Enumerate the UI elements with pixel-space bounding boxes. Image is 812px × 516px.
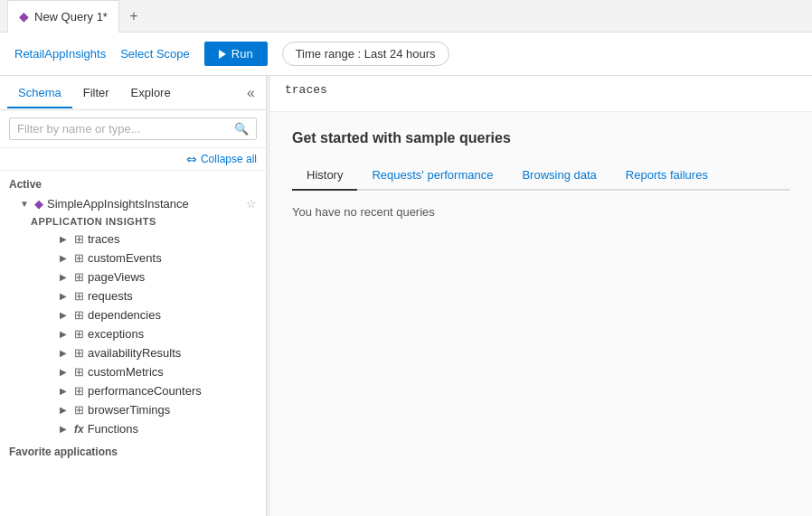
instance-expand-arrow: ▼ xyxy=(20,199,31,209)
time-range-button[interactable]: Time range : Last 24 hours xyxy=(282,42,449,66)
diamond-icon: ◆ xyxy=(19,9,29,23)
main-layout: Schema Filter Explore « 🔍 ⇔ Collapse all xyxy=(0,76,812,516)
toolbar: RetailAppInsights Select Scope Run Time … xyxy=(0,33,812,76)
instance-star-icon[interactable]: ☆ xyxy=(246,197,257,211)
tab-title: New Query 1* xyxy=(34,10,108,23)
tree-item-customevents[interactable]: ▶ ⊞ customEvents xyxy=(0,249,266,267)
browsertimings-label: browserTimings xyxy=(88,403,170,417)
tab-filter[interactable]: Filter xyxy=(72,79,120,108)
filter-input-wrap: 🔍 xyxy=(9,117,257,140)
sample-panel: Get started with sample queries History … xyxy=(270,112,812,516)
sample-tab-reports-failures[interactable]: Reports failures xyxy=(611,163,722,191)
exceptions-expand-icon: ▶ xyxy=(60,329,71,339)
custommetrics-label: customMetrics xyxy=(88,365,164,379)
availability-expand-icon: ▶ xyxy=(60,348,71,358)
custommetrics-table-icon: ⊞ xyxy=(74,365,84,379)
pageviews-table-icon: ⊞ xyxy=(74,270,84,284)
collapse-all-row: ⇔ Collapse all xyxy=(0,148,266,171)
customevents-label: customEvents xyxy=(88,251,162,265)
sidebar: Schema Filter Explore « 🔍 ⇔ Collapse all xyxy=(0,76,267,516)
customevents-table-icon: ⊞ xyxy=(74,251,84,265)
requests-expand-icon: ▶ xyxy=(60,291,71,301)
query-tab[interactable]: ◆ New Query 1* xyxy=(7,0,119,33)
add-tab-button[interactable]: + xyxy=(121,4,146,29)
sample-tab-history[interactable]: History xyxy=(292,163,357,191)
tree-item-pageviews[interactable]: ▶ ⊞ pageViews xyxy=(0,267,266,286)
sample-tab-browsing-data[interactable]: Browsing data xyxy=(507,163,610,191)
functions-label: Functions xyxy=(88,422,138,436)
no-queries-message: You have no recent queries xyxy=(292,205,790,219)
dependencies-table-icon: ⊞ xyxy=(74,308,84,322)
custommetrics-expand-icon: ▶ xyxy=(60,367,71,377)
run-label: Run xyxy=(231,47,253,61)
availability-label: availabilityResults xyxy=(88,346,181,360)
instance-icon: ◆ xyxy=(34,197,43,211)
search-icon: 🔍 xyxy=(234,122,249,136)
select-scope-button[interactable]: Select Scope xyxy=(120,47,190,61)
favorite-section-label: Favorite applications xyxy=(0,438,266,462)
tree-item-requests[interactable]: ▶ ⊞ requests xyxy=(0,286,266,305)
tree-area: Active ▼ ◆ SimpleAppInsightsInstance ☆ A… xyxy=(0,171,266,516)
run-triangle-icon xyxy=(219,50,226,59)
functions-fx-icon: fx xyxy=(74,423,84,436)
sample-queries-title: Get started with sample queries xyxy=(292,130,790,146)
tree-item-performancecounters[interactable]: ▶ ⊞ performanceCounters xyxy=(0,381,266,400)
tab-bar: ◆ New Query 1* + xyxy=(0,0,812,33)
tab-explore[interactable]: Explore xyxy=(120,79,182,108)
customevents-expand-icon: ▶ xyxy=(60,253,71,263)
perfcounters-expand-icon: ▶ xyxy=(60,386,71,396)
requests-label: requests xyxy=(88,289,133,303)
availability-table-icon: ⊞ xyxy=(74,346,84,360)
time-range-label: Time range : Last 24 hours xyxy=(296,47,436,61)
exceptions-label: exceptions xyxy=(88,327,144,341)
exceptions-table-icon: ⊞ xyxy=(74,327,84,341)
perfcounters-label: performanceCounters xyxy=(88,384,202,398)
pageviews-label: pageViews xyxy=(88,270,145,284)
instance-label: SimpleAppInsightsInstance xyxy=(47,197,189,211)
filter-input[interactable] xyxy=(17,122,234,136)
collapse-all-button[interactable]: ⇔ Collapse all xyxy=(186,152,257,166)
traces-expand-icon: ▶ xyxy=(60,234,71,244)
tab-schema[interactable]: Schema xyxy=(7,79,72,108)
tree-item-exceptions[interactable]: ▶ ⊞ exceptions xyxy=(0,324,266,343)
sample-tab-requests-performance[interactable]: Requests' performance xyxy=(357,163,507,191)
sample-query-tabs: History Requests' performance Browsing d… xyxy=(292,161,790,191)
browsertimings-expand-icon: ▶ xyxy=(60,405,71,415)
collapse-lines-icon: ⇔ xyxy=(186,152,197,166)
query-text: traces xyxy=(285,83,327,97)
perfcounters-table-icon: ⊞ xyxy=(74,384,84,398)
collapse-all-label: Collapse all xyxy=(201,153,257,165)
filter-box: 🔍 xyxy=(0,110,266,148)
instance-item[interactable]: ▼ ◆ SimpleAppInsightsInstance ☆ xyxy=(0,194,266,213)
traces-label: traces xyxy=(88,232,119,246)
dependencies-label: dependencies xyxy=(88,308,161,322)
browsertimings-table-icon: ⊞ xyxy=(74,403,84,417)
tree-item-browsertimings[interactable]: ▶ ⊞ browserTimings xyxy=(0,400,266,419)
tree-item-traces[interactable]: ▶ ⊞ traces xyxy=(0,230,266,249)
functions-expand-icon: ▶ xyxy=(60,424,71,434)
app-name-link[interactable]: RetailAppInsights xyxy=(14,47,106,61)
tree-item-dependencies[interactable]: ▶ ⊞ dependencies xyxy=(0,305,266,324)
collapse-sidebar-button[interactable]: « xyxy=(243,81,259,105)
right-panel: traces Get started with sample queries H… xyxy=(270,76,812,516)
run-button[interactable]: Run xyxy=(204,42,268,66)
dependencies-expand-icon: ▶ xyxy=(60,310,71,320)
app-insights-header: APPLICATION INSIGHTS xyxy=(0,213,266,230)
tree-item-availabilityresults[interactable]: ▶ ⊞ availabilityResults xyxy=(0,343,266,362)
requests-table-icon: ⊞ xyxy=(74,289,84,303)
tree-item-custommetrics[interactable]: ▶ ⊞ customMetrics xyxy=(0,362,266,381)
schema-tabs: Schema Filter Explore « xyxy=(0,76,266,110)
traces-table-icon: ⊞ xyxy=(74,232,84,246)
tree-item-functions[interactable]: ▶ fx Functions xyxy=(0,419,266,438)
pageviews-expand-icon: ▶ xyxy=(60,272,71,282)
query-editor[interactable]: traces xyxy=(270,76,812,112)
active-section-label: Active xyxy=(0,171,266,194)
